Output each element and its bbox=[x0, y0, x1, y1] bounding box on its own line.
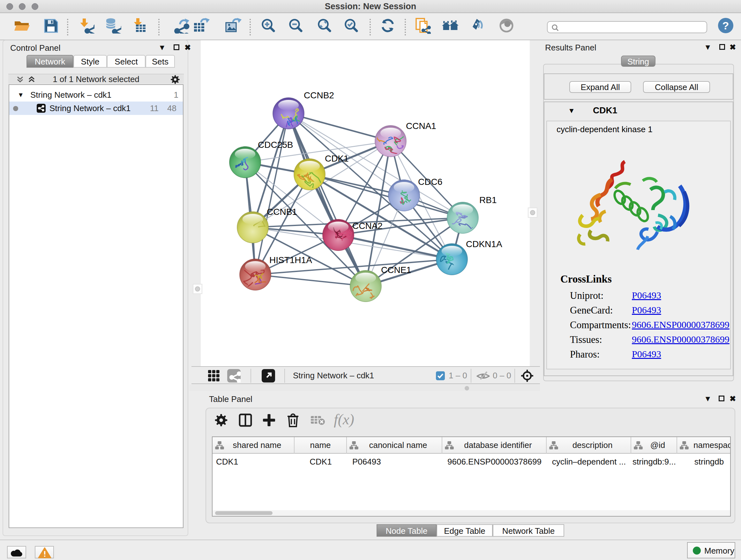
svg-text:CCNA1: CCNA1 bbox=[406, 121, 436, 131]
svg-text:?: ? bbox=[723, 19, 729, 32]
svg-text:CDKN1A: CDKN1A bbox=[466, 239, 502, 249]
svg-text:CCNE1: CCNE1 bbox=[381, 265, 411, 275]
svg-text:HIST1H1A: HIST1H1A bbox=[269, 255, 312, 265]
svg-text:CCNB1: CCNB1 bbox=[267, 207, 297, 217]
svg-text:CDC6: CDC6 bbox=[418, 177, 442, 187]
svg-text:CDC25B: CDC25B bbox=[258, 140, 293, 150]
svg-text:RB1: RB1 bbox=[479, 195, 496, 205]
svg-text:CDK1: CDK1 bbox=[325, 153, 349, 164]
svg-text:CCNA2: CCNA2 bbox=[352, 221, 383, 231]
svg-text:CCNB2: CCNB2 bbox=[304, 90, 334, 100]
